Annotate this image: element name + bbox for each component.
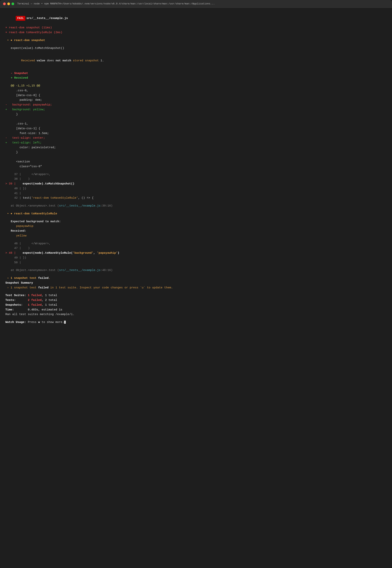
fail-line: FAILsrc/__tests__/example.js — [5, 11, 387, 26]
fail-badge: FAIL — [16, 16, 25, 21]
diff-5: .css-1, — [5, 122, 387, 126]
test-fail-1: × react-dom snapshot (11ms) — [5, 26, 387, 30]
minimize-button[interactable] — [7, 2, 10, 5]
expected-value: papayawhip — [5, 224, 387, 229]
code-line-41: 41 | — [5, 191, 387, 196]
terminal-window: Terminal — node • npm MANPATH=/Users/kdo… — [0, 0, 392, 568]
watch-usage-line: Watch Usage: Press w to show more. — [5, 320, 387, 325]
trace-1: at Object.<anonymous>.test (src/__tests_… — [5, 204, 387, 208]
expect-line: expect(value).toMatchSnapshot() — [5, 46, 387, 51]
diff-removed-1: - background: papayawhip; — [5, 103, 387, 107]
received-value: yellow — [5, 234, 387, 238]
diff-4: } — [5, 112, 387, 117]
diff-blank-2 — [5, 155, 387, 160]
terminal-body: FAILsrc/__tests__/example.js × react-dom… — [0, 8, 392, 328]
diff-3: padding: 4em; — [5, 98, 387, 103]
code2-line-50: 50 | — [5, 260, 387, 265]
received-label: + Received — [5, 76, 387, 81]
titlebar: Terminal — node • npm MANPATH=/Users/kdo… — [0, 0, 392, 8]
code2-line-49: 49 | }) — [5, 256, 387, 260]
diff-added-1: + background: yellow; — [5, 107, 387, 112]
trace-2: at Object.<anonymous>.test (src/__tests_… — [5, 268, 387, 273]
summary-header: Snapshot Summary — [5, 281, 387, 286]
ran-line: Ran all test suites matching /example/i. — [5, 312, 387, 317]
close-button[interactable] — [3, 2, 6, 5]
stats-suites: Test Suites: 1 failed, 1 total — [5, 293, 387, 298]
diff-6: [data-css-1] { — [5, 126, 387, 131]
code-line-42: 42 | test('react-dom toHaveStyleRule', (… — [5, 196, 387, 201]
received-label2: Received: — [5, 229, 387, 234]
diff-9: } — [5, 150, 387, 155]
section1-header: • ● react-dom snapshot — [5, 38, 387, 43]
summary-line1: › 1 snapshot test failed. — [5, 276, 387, 281]
diff-8: color: palevioletred; — [5, 145, 387, 150]
stats-tests: Tests: 2 failed, 2 total — [5, 298, 387, 303]
stats-snapshots: Snapshots: 1 failed, 1 total — [5, 303, 387, 308]
diff-2: [data-css-0] { — [5, 93, 387, 98]
expected-label: Expected background to match: — [5, 219, 387, 224]
code-line-39-active: > 39 | expect(node).toMatchSnapshot() — [5, 182, 387, 186]
code-line-38: 38 | ) — [5, 177, 387, 182]
test-fail-2: × react-dom toHaveStyleRule (2ms) — [5, 30, 387, 35]
code2-line-46: 46 | </Wrapper>, — [5, 241, 387, 246]
cursor-block — [64, 321, 66, 324]
maximize-button[interactable] — [12, 2, 14, 5]
code-line-37: 37 | </Wrapper>, — [5, 172, 387, 177]
diff-header: @@ -1,15 +1,15 @@ — [5, 83, 387, 88]
diff-10: <section — [5, 160, 387, 164]
stats-time: Time: 0.483s, estimated 1s — [5, 308, 387, 312]
snapshot-label: - Snapshot — [5, 71, 387, 76]
code2-line-47: 47 | ) — [5, 246, 387, 251]
titlebar-text: Terminal — node • npm MANPATH=/Users/kdo… — [17, 2, 215, 5]
code-line-40: 40 | }) — [5, 186, 387, 191]
summary-line2: › 1 snapshot test failed in 1 test suite… — [5, 286, 387, 290]
code2-line-48-active: > 48 | expect(node).toHaveStyleRule('bac… — [5, 251, 387, 256]
diff-removed-2: - text-align: center; — [5, 136, 387, 140]
section2-header: • ● react-dom toHaveStyleRule — [5, 211, 387, 216]
diff-added-2: + text-align: left; — [5, 140, 387, 145]
received-mismatch-line: Received value does not match stored sna… — [5, 54, 387, 68]
diff-blank-1 — [5, 117, 387, 122]
diff-11: class="css-0" — [5, 164, 387, 169]
diff-7: font-size: 1.5em; — [5, 131, 387, 136]
diff-1: .css-0, — [5, 88, 387, 93]
fail-file: src/__tests__/example.js — [27, 17, 68, 20]
